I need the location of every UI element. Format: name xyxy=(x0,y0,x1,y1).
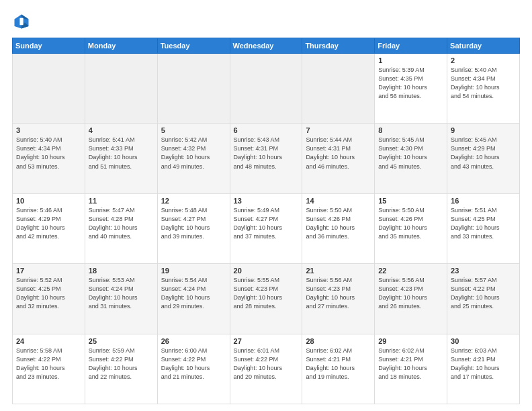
day-info: Sunrise: 5:56 AM Sunset: 4:23 PM Dayligh… xyxy=(378,276,443,311)
week-row-3: 10Sunrise: 5:46 AM Sunset: 4:29 PM Dayli… xyxy=(13,193,520,263)
weekday-header-friday: Friday xyxy=(375,38,447,54)
calendar-cell: 12Sunrise: 5:48 AM Sunset: 4:27 PM Dayli… xyxy=(157,193,230,263)
day-number: 20 xyxy=(234,267,299,275)
day-info: Sunrise: 5:43 AM Sunset: 4:31 PM Dayligh… xyxy=(234,136,299,171)
day-info: Sunrise: 5:51 AM Sunset: 4:25 PM Dayligh… xyxy=(451,206,516,241)
week-row-2: 3Sunrise: 5:40 AM Sunset: 4:34 PM Daylig… xyxy=(13,124,520,193)
calendar-cell xyxy=(13,54,85,124)
calendar-cell: 10Sunrise: 5:46 AM Sunset: 4:29 PM Dayli… xyxy=(13,193,85,263)
day-number: 2 xyxy=(451,56,516,64)
weekday-header-sunday: Sunday xyxy=(13,38,85,54)
day-number: 19 xyxy=(161,267,226,275)
day-info: Sunrise: 5:49 AM Sunset: 4:27 PM Dayligh… xyxy=(234,206,299,241)
day-number: 11 xyxy=(89,197,154,205)
calendar-cell: 15Sunrise: 5:50 AM Sunset: 4:26 PM Dayli… xyxy=(375,193,447,263)
calendar-cell: 26Sunrise: 6:00 AM Sunset: 4:22 PM Dayli… xyxy=(157,334,230,404)
weekday-header-saturday: Saturday xyxy=(447,38,520,54)
day-info: Sunrise: 6:00 AM Sunset: 4:22 PM Dayligh… xyxy=(161,347,226,381)
calendar-cell: 23Sunrise: 5:57 AM Sunset: 4:22 PM Dayli… xyxy=(447,264,520,334)
day-number: 8 xyxy=(378,126,443,134)
day-info: Sunrise: 5:52 AM Sunset: 4:25 PM Dayligh… xyxy=(16,276,81,311)
calendar-cell: 18Sunrise: 5:53 AM Sunset: 4:24 PM Dayli… xyxy=(85,264,157,334)
header xyxy=(12,12,520,31)
day-number: 23 xyxy=(451,267,516,275)
calendar-cell: 20Sunrise: 5:55 AM Sunset: 4:23 PM Dayli… xyxy=(230,264,302,334)
day-info: Sunrise: 6:01 AM Sunset: 4:22 PM Dayligh… xyxy=(234,347,299,381)
calendar-cell: 2Sunrise: 5:40 AM Sunset: 4:34 PM Daylig… xyxy=(447,54,520,124)
day-info: Sunrise: 5:56 AM Sunset: 4:23 PM Dayligh… xyxy=(306,276,371,311)
day-number: 22 xyxy=(378,267,443,275)
day-info: Sunrise: 6:03 AM Sunset: 4:21 PM Dayligh… xyxy=(451,347,516,381)
day-number: 6 xyxy=(234,126,299,134)
day-info: Sunrise: 5:39 AM Sunset: 4:35 PM Dayligh… xyxy=(378,66,443,101)
calendar-cell: 29Sunrise: 6:02 AM Sunset: 4:21 PM Dayli… xyxy=(375,334,447,404)
calendar-cell: 8Sunrise: 5:45 AM Sunset: 4:30 PM Daylig… xyxy=(375,124,447,193)
calendar-cell: 7Sunrise: 5:44 AM Sunset: 4:31 PM Daylig… xyxy=(302,124,375,193)
week-row-5: 24Sunrise: 5:58 AM Sunset: 4:22 PM Dayli… xyxy=(13,334,520,404)
weekday-header-monday: Monday xyxy=(85,38,157,54)
day-number: 3 xyxy=(16,126,81,134)
calendar-cell: 1Sunrise: 5:39 AM Sunset: 4:35 PM Daylig… xyxy=(375,54,447,124)
day-number: 17 xyxy=(16,267,81,275)
calendar-cell: 28Sunrise: 6:02 AM Sunset: 4:21 PM Dayli… xyxy=(302,334,375,404)
day-number: 21 xyxy=(306,267,371,275)
day-number: 16 xyxy=(451,197,516,205)
calendar-cell: 3Sunrise: 5:40 AM Sunset: 4:34 PM Daylig… xyxy=(13,124,85,193)
calendar-cell: 27Sunrise: 6:01 AM Sunset: 4:22 PM Dayli… xyxy=(230,334,302,404)
day-number: 29 xyxy=(378,337,443,345)
calendar-cell: 14Sunrise: 5:50 AM Sunset: 4:26 PM Dayli… xyxy=(302,193,375,263)
calendar-cell: 6Sunrise: 5:43 AM Sunset: 4:31 PM Daylig… xyxy=(230,124,302,193)
day-number: 25 xyxy=(89,337,154,345)
calendar-cell: 19Sunrise: 5:54 AM Sunset: 4:24 PM Dayli… xyxy=(157,264,230,334)
day-info: Sunrise: 5:57 AM Sunset: 4:22 PM Dayligh… xyxy=(451,276,516,311)
calendar-cell xyxy=(230,54,302,124)
week-row-4: 17Sunrise: 5:52 AM Sunset: 4:25 PM Dayli… xyxy=(13,264,520,334)
calendar-cell: 5Sunrise: 5:42 AM Sunset: 4:32 PM Daylig… xyxy=(157,124,230,193)
day-info: Sunrise: 5:54 AM Sunset: 4:24 PM Dayligh… xyxy=(161,276,226,311)
day-number: 26 xyxy=(161,337,226,345)
day-info: Sunrise: 5:41 AM Sunset: 4:33 PM Dayligh… xyxy=(89,136,154,171)
weekday-header-thursday: Thursday xyxy=(302,38,375,54)
day-info: Sunrise: 5:53 AM Sunset: 4:24 PM Dayligh… xyxy=(89,276,154,311)
day-info: Sunrise: 5:42 AM Sunset: 4:32 PM Dayligh… xyxy=(161,136,226,171)
day-info: Sunrise: 5:44 AM Sunset: 4:31 PM Dayligh… xyxy=(306,136,371,171)
day-number: 30 xyxy=(451,337,516,345)
day-info: Sunrise: 5:45 AM Sunset: 4:29 PM Dayligh… xyxy=(451,136,516,171)
day-info: Sunrise: 5:47 AM Sunset: 4:28 PM Dayligh… xyxy=(89,206,154,241)
calendar-cell: 17Sunrise: 5:52 AM Sunset: 4:25 PM Dayli… xyxy=(13,264,85,334)
day-info: Sunrise: 5:45 AM Sunset: 4:30 PM Dayligh… xyxy=(378,136,443,171)
calendar-cell: 22Sunrise: 5:56 AM Sunset: 4:23 PM Dayli… xyxy=(375,264,447,334)
calendar-cell xyxy=(157,54,230,124)
weekday-header-wednesday: Wednesday xyxy=(230,38,302,54)
day-number: 1 xyxy=(378,56,443,64)
day-info: Sunrise: 5:40 AM Sunset: 4:34 PM Dayligh… xyxy=(451,66,516,101)
day-info: Sunrise: 6:02 AM Sunset: 4:21 PM Dayligh… xyxy=(306,347,371,381)
day-number: 9 xyxy=(451,126,516,134)
calendar-cell: 4Sunrise: 5:41 AM Sunset: 4:33 PM Daylig… xyxy=(85,124,157,193)
calendar-cell xyxy=(302,54,375,124)
calendar-cell: 11Sunrise: 5:47 AM Sunset: 4:28 PM Dayli… xyxy=(85,193,157,263)
day-number: 10 xyxy=(16,197,81,205)
svg-rect-3 xyxy=(19,18,23,26)
day-number: 27 xyxy=(234,337,299,345)
calendar-cell: 21Sunrise: 5:56 AM Sunset: 4:23 PM Dayli… xyxy=(302,264,375,334)
day-number: 28 xyxy=(306,337,371,345)
day-info: Sunrise: 6:02 AM Sunset: 4:21 PM Dayligh… xyxy=(378,347,443,381)
day-info: Sunrise: 5:58 AM Sunset: 4:22 PM Dayligh… xyxy=(16,347,81,381)
day-info: Sunrise: 5:50 AM Sunset: 4:26 PM Dayligh… xyxy=(378,206,443,241)
logo xyxy=(12,12,34,31)
calendar: SundayMondayTuesdayWednesdayThursdayFrid… xyxy=(12,38,520,404)
day-number: 7 xyxy=(306,126,371,134)
day-number: 18 xyxy=(89,267,154,275)
day-number: 24 xyxy=(16,337,81,345)
weekday-header-row: SundayMondayTuesdayWednesdayThursdayFrid… xyxy=(13,38,520,54)
week-row-1: 1Sunrise: 5:39 AM Sunset: 4:35 PM Daylig… xyxy=(13,54,520,124)
calendar-cell: 13Sunrise: 5:49 AM Sunset: 4:27 PM Dayli… xyxy=(230,193,302,263)
day-info: Sunrise: 5:50 AM Sunset: 4:26 PM Dayligh… xyxy=(306,206,371,241)
day-number: 5 xyxy=(161,126,226,134)
day-info: Sunrise: 5:55 AM Sunset: 4:23 PM Dayligh… xyxy=(234,276,299,311)
day-number: 13 xyxy=(234,197,299,205)
day-info: Sunrise: 5:48 AM Sunset: 4:27 PM Dayligh… xyxy=(161,206,226,241)
day-number: 14 xyxy=(306,197,371,205)
calendar-cell: 16Sunrise: 5:51 AM Sunset: 4:25 PM Dayli… xyxy=(447,193,520,263)
